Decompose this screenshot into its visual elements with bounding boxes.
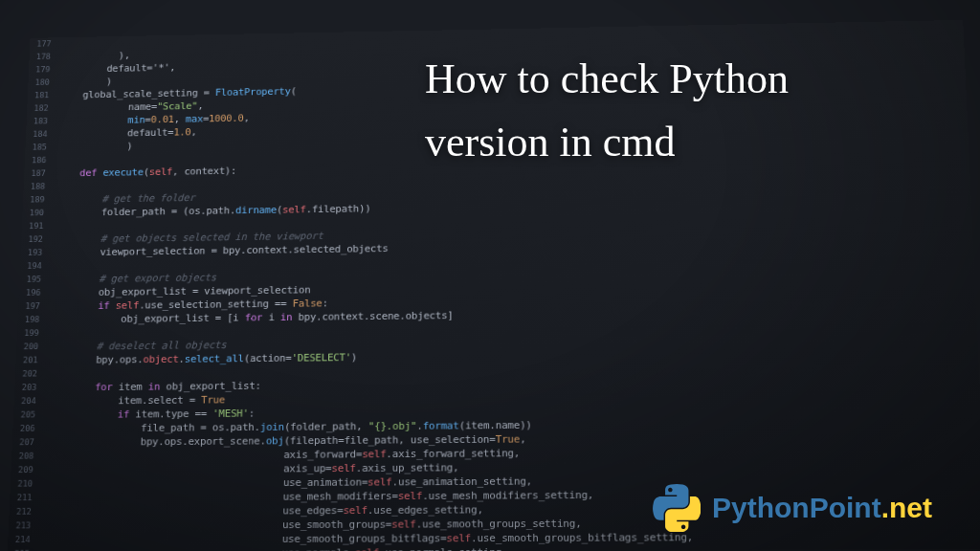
code-line: bpy.ops.export_scene.obj(filepath=file_p… [45,433,525,449]
brand-text: PythonPoint.net [712,492,932,524]
code-line: ), [61,50,130,62]
code-line [48,368,55,380]
code-line [56,181,62,192]
line-number: 177 [30,37,56,51]
line-number: 204 [13,394,41,408]
code-line: name="Scale", [59,100,204,114]
line-number: 215 [7,547,35,551]
code-line [53,260,59,272]
code-line: obj_export_list = [i for i in bpy.contex… [51,310,454,326]
line-number: 178 [29,51,56,64]
line-number: 205 [13,408,41,423]
code-line: obj_export_list = viewport_selection [52,284,311,298]
code-line: # get the folder [56,192,195,206]
python-logo-icon [653,484,701,532]
code-line: def execute(self, context): [56,165,236,180]
code-line: viewport_selection = bpy.context.selecte… [53,243,388,259]
line-number: 189 [23,193,51,207]
line-number: 206 [12,422,40,436]
code-line: default='*', [60,62,175,76]
code-line: min=0.01, max=1000.0, [58,112,250,126]
code-line: ) [60,76,112,88]
code-line: axis_up=self.axis_up_setting, [44,462,458,476]
code-line: use_animation=self.use_animation_setting… [43,475,532,491]
code-line [50,327,56,339]
line-number: 184 [26,128,54,142]
code-line: global_scale_setting = FloatProperty( [59,85,297,100]
line-number: 201 [15,354,43,367]
code-line [55,220,61,231]
code-line: default=1.0, [57,126,196,140]
line-number: 195 [19,273,47,286]
code-line: use_smooth_groups_bitflags=self.use_smoo… [41,531,693,546]
line-number: 183 [26,115,54,128]
code-line: axis_forward=self.axis_forward_setting, [45,447,521,462]
line-number: 181 [28,89,56,102]
code-line: # get export objects [52,272,216,285]
line-number: 187 [24,167,52,181]
line-number: 199 [17,326,45,340]
line-number: 194 [20,259,48,273]
line-number: 202 [15,367,43,381]
code-line: use_smooth_groups=self.use_smooth_groups… [42,518,582,532]
code-line: file_path = os.path.join(folder_path, "{… [46,419,532,434]
line-number: 196 [18,286,46,299]
code-line: use_mesh_modifiers=self.use_mesh_modifie… [43,489,593,504]
brand-logo: PythonPoint.net [653,484,932,532]
line-number: 209 [11,463,39,477]
code-line: if self.use_selection_setting == False: [51,298,328,312]
line-number: 191 [22,220,50,233]
line-number: 186 [25,154,53,167]
code-line: if item.type == 'MESH': [46,408,255,421]
code-line: # deselect all objects [49,340,226,353]
line-number: 192 [21,232,49,246]
line-number: 180 [28,77,55,90]
line-number: 188 [23,180,51,193]
line-number: 200 [16,341,44,354]
line-number: 208 [11,450,40,464]
line-number: 182 [27,102,55,116]
brand-name: PythonPoint [712,492,881,523]
line-number: 197 [18,299,46,313]
line-number: 193 [20,246,48,259]
line-number: 198 [17,313,45,326]
brand-tld: .net [881,492,932,523]
code-line: use_normals=self.use_normals_setting, [40,546,507,551]
code-line: item.select = True [47,394,225,408]
line-number: 207 [12,435,40,450]
article-title: How to check Python version in cmd [425,48,923,174]
code-line: bpy.ops.object.select_all(action='DESELE… [49,351,358,365]
line-number: 213 [9,519,37,534]
code-line: # get objects selected in the viewport [54,231,323,246]
line-number: 185 [25,141,53,154]
code-line [56,155,63,166]
line-number: 211 [10,491,38,505]
code-line: use_edges=self.use_edges_setting, [42,504,483,518]
line-number: 179 [29,63,56,77]
line-number: 210 [11,477,39,492]
line-number: 190 [22,207,50,220]
line-number: 214 [8,533,36,547]
code-line: for item in obj_export_list: [48,380,261,393]
line-number: 203 [14,381,42,395]
code-line: ) [57,141,133,153]
code-line: folder_path = (os.path.dirname(self.file… [55,203,370,219]
line-number: 212 [9,505,37,519]
